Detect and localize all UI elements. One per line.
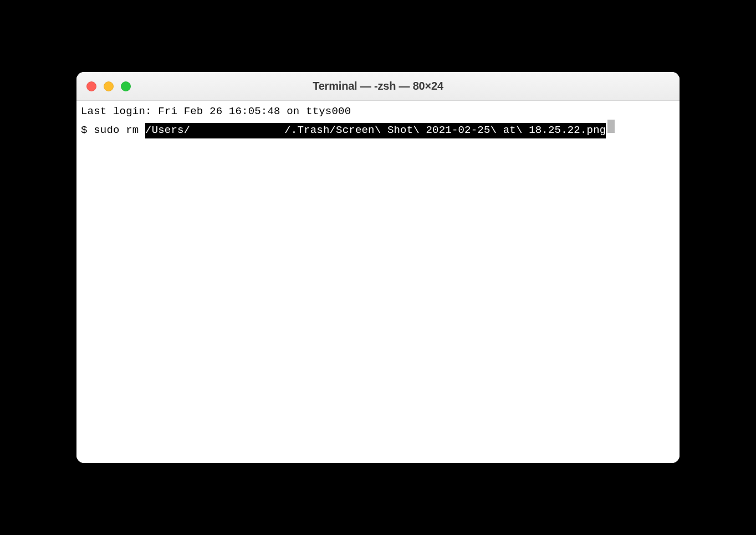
terminal-window: Terminal — -zsh — 80×24 Last login: Fri … [76, 72, 680, 463]
shell-prompt: $ [81, 123, 94, 138]
traffic-lights [76, 81, 131, 91]
terminal-content[interactable]: Last login: Fri Feb 26 16:05:48 on ttys0… [76, 101, 680, 463]
zoom-icon[interactable] [121, 81, 131, 91]
window-title: Terminal — -zsh — 80×24 [76, 80, 680, 92]
last-login-line: Last login: Fri Feb 26 16:05:48 on ttys0… [81, 104, 675, 120]
file-path-highlighted: /Users//.Trash/Screen\ Shot\ 2021-02-25\… [145, 123, 606, 138]
redacted-username [190, 124, 284, 136]
command-line: $ sudo rm /Users//.Trash/Screen\ Shot\ 2… [81, 120, 675, 138]
titlebar[interactable]: Terminal — -zsh — 80×24 [76, 72, 680, 101]
minimize-icon[interactable] [104, 81, 114, 91]
path-users: /Users/ [145, 124, 190, 136]
path-filename: /.Trash/Screen\ Shot\ 2021-02-25\ at\ 18… [284, 124, 606, 136]
command-text: sudo rm [94, 123, 145, 138]
cursor-icon [607, 120, 615, 133]
close-icon[interactable] [86, 81, 96, 91]
